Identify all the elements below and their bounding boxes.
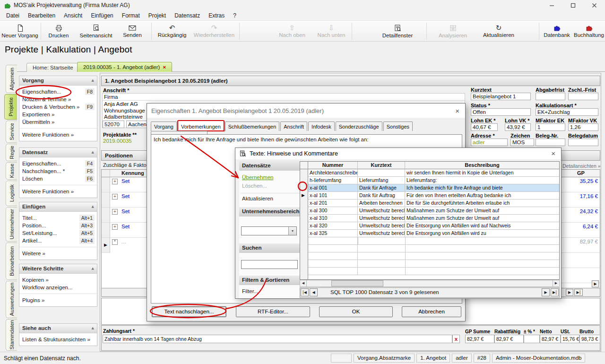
print-button[interactable]: Drucken	[43, 21, 75, 41]
expand-icon[interactable]: +	[112, 179, 118, 184]
tab-anschrift[interactable]: Anschrift	[280, 121, 307, 131]
minimize-button[interactable]	[541, 0, 562, 10]
move-down-button[interactable]: ⇩ Nach unten	[314, 21, 349, 41]
table-row[interactable]: x-al 300 Umweltschutz berechnen Maßnahme…	[308, 207, 559, 215]
navtab-auswertungen[interactable]: Auswertungen	[6, 281, 17, 318]
kalkulationsart-field[interactable]: EK+Zuschlag	[536, 108, 598, 116]
table-row[interactable]: x-al 320 Umweltschutz berechnen Die Ents…	[308, 222, 559, 230]
nav-first-record-icon[interactable]: |◀	[301, 288, 309, 296]
nav-next-record-icon[interactable]: ▶	[542, 288, 550, 296]
accounting-button[interactable]: Buchhaltung	[573, 21, 605, 41]
zuschlaege-faktoren-link[interactable]: Zuschläge & Faktor	[103, 162, 148, 168]
sidebar-item-weitere-funktionen-datensatz[interactable]: Weitere Funktionen »	[19, 188, 97, 195]
abbrechen-button[interactable]: Abbrechen	[402, 306, 461, 317]
adresse-field[interactable]: adler	[471, 139, 508, 146]
projektakte-value[interactable]: 2019.00035	[103, 138, 132, 144]
zschl-frist-field[interactable]	[568, 93, 598, 100]
belegdatum-field[interactable]	[568, 139, 598, 146]
new-row-placeholder[interactable]: ...	[121, 239, 126, 244]
sidebar-item-eigenschaften-datensatz[interactable]: Eigenschaften...F4	[19, 160, 97, 167]
detailansichten-link[interactable]: Detailansichten »	[562, 163, 601, 169]
scrollbar-thumb[interactable]	[331, 280, 383, 286]
sidebar-item-drucken-verbuchen[interactable]: Drucken & Verbuchen »F9	[19, 103, 97, 111]
menu-extras[interactable]: Extras	[204, 11, 229, 20]
new-operation-button[interactable]: Neuer Vorgang	[0, 21, 39, 41]
lohn-vk-field[interactable]: 43,92 €	[505, 123, 531, 131]
unternehmensbereich-combobox[interactable]: ▼	[241, 226, 297, 235]
panel-vorgang-header[interactable]: Vorgang▲	[19, 76, 97, 86]
menu-projekt[interactable]: Projekt	[144, 11, 170, 20]
sidebar-item-exportieren[interactable]: Exportieren »	[19, 111, 97, 118]
menu-datensatz[interactable]: Datensatz	[170, 11, 204, 20]
send-button[interactable]: Senden	[117, 21, 147, 41]
table-row[interactable]: x-al 201 Arbeiten berechnen Die für Sie …	[308, 199, 559, 207]
tab-vorbemerkungen[interactable]: Vorbemerkungen	[178, 121, 224, 131]
expand-icon[interactable]: +	[112, 224, 118, 230]
tab-home-startseite[interactable]: Home: Startseite	[26, 63, 79, 72]
undo-button[interactable]: ↶ Rückgängig	[154, 21, 190, 41]
tab-close-icon[interactable]: ×	[163, 64, 166, 70]
table-row[interactable]: x-al 325 Umweltschutz berechnen Die Ents…	[308, 230, 559, 237]
scroll-left-icon[interactable]: ◀	[300, 280, 307, 286]
table-row[interactable]: h-lieferumfang Lieferumfang Lieferumfang…	[308, 177, 559, 184]
close-button[interactable]	[584, 0, 605, 10]
plz-field[interactable]: 52070	[103, 121, 124, 128]
panel-siehe-auch-header[interactable]: Siehe auch▲	[19, 324, 97, 333]
beschreibung-column-header[interactable]: Beschreibung	[405, 162, 559, 169]
sidebar-item-titel[interactable]: Titel...Alt+1	[19, 214, 97, 222]
analyze-button[interactable]: Analysieren	[432, 21, 474, 41]
redo-button[interactable]: ↷ Wiederherstellen	[191, 21, 237, 41]
anschrift-anrede-field[interactable]: Firma	[103, 94, 465, 101]
lohn-ek-field[interactable]: 40,67 €	[471, 123, 498, 131]
position-row-kennung[interactable]: Set	[121, 208, 130, 214]
refresh-button[interactable]: ↻ Aktualisieren	[476, 21, 521, 41]
eigenschaften-dialog-close-icon[interactable]: ×	[455, 107, 459, 114]
table-row[interactable]: Architektenanschreiben wir senden Ihnen …	[308, 169, 559, 177]
aktualisieren-link[interactable]: Aktualisieren	[242, 196, 273, 201]
kurztext-field[interactable]: Beispielangebot 1	[471, 93, 531, 100]
expand-icon[interactable]: +	[112, 194, 118, 199]
menu-einfuegen[interactable]: Einfügen	[86, 11, 117, 20]
ok-button[interactable]: OK	[319, 306, 393, 317]
tab-schlussbemerkungen[interactable]: Schlußbemerkungen	[225, 121, 280, 131]
database-button[interactable]: Datenbank	[541, 21, 573, 41]
row-marker-cell[interactable]	[102, 192, 110, 208]
position-row-kennung[interactable]: Set	[121, 193, 130, 199]
menu-datei[interactable]: Datei	[2, 11, 24, 20]
loeschen-link[interactable]: Löschen...	[242, 183, 267, 189]
tab-sonderzuschlaege[interactable]: Sonderzuschläge	[336, 121, 382, 131]
panel-weitere-schritte-header[interactable]: Weitere Schritte▲	[19, 264, 97, 274]
navtab-bueroarbeiten[interactable]: Büroarbeiten	[6, 243, 17, 280]
panel-einfuegen-header[interactable]: Einfügen▲	[19, 202, 97, 212]
sidebar-item-uebermitteln[interactable]: Übermitteln »	[19, 118, 97, 126]
tab-sonstiges[interactable]: Sonstiges	[383, 121, 413, 131]
detail-window-button[interactable]: Detailfenster	[375, 21, 420, 41]
print-preview-button[interactable]: Seitenansicht	[76, 21, 116, 41]
sidebar-item-kopieren[interactable]: Kopieren »	[19, 276, 97, 284]
abgabefrist-field[interactable]	[536, 93, 565, 100]
zahlungsart-field[interactable]: Zahlbar innerhalb von 14 Tagen ohne Abzu…	[103, 335, 452, 343]
nav-last-record-icon[interactable]: ▶|	[551, 288, 559, 296]
sidebar-item-weitere-funktionen-vorgang[interactable]: Weitere Funktionen »	[19, 131, 97, 139]
nummer-column-header[interactable]: Nummer	[308, 162, 358, 169]
zahlungsart-clear-icon[interactable]: x	[452, 335, 460, 343]
grid-scroll-right-icon[interactable]: ▶	[592, 280, 599, 287]
navtab-unternehmer[interactable]: Unternehmer	[6, 207, 17, 242]
menu-bearbeiten[interactable]: Bearbeiten	[24, 11, 60, 20]
sidebar-item-weitere[interactable]: Weitere »	[19, 250, 97, 257]
menu-hilfe[interactable]: ?	[229, 11, 241, 20]
row-marker-cell[interactable]	[102, 223, 110, 238]
mfaktor-vk-field[interactable]: 1,26	[568, 123, 598, 131]
kurztext-column-header[interactable]: Kurztext	[358, 162, 405, 169]
table-row[interactable]: x-al 310 Umweltschutz berechnen Maßnahme…	[308, 215, 559, 222]
sidebar-item-listen-strukturansichten[interactable]: Listen & Strukturansichten »	[19, 336, 97, 343]
sidebar-item-plugins[interactable]: Plugins »	[19, 296, 97, 304]
tab-vorgang[interactable]: Vorgang	[151, 121, 177, 131]
nav-prev-record-icon[interactable]: ◀	[310, 288, 318, 296]
sidebar-item-loeschen[interactable]: LöschenF6	[19, 175, 97, 182]
tab-angebot-active[interactable]: 2019.00035 - 1. Angebot (adler)×	[77, 62, 172, 72]
navtab-stammdaten[interactable]: Stammdaten	[6, 319, 17, 351]
sidebar-item-notizen-termine[interactable]: Notizen & Termine »	[19, 95, 97, 103]
maximize-button[interactable]	[562, 0, 584, 10]
rtf-editor-button[interactable]: RTF-Editor...	[236, 306, 310, 317]
